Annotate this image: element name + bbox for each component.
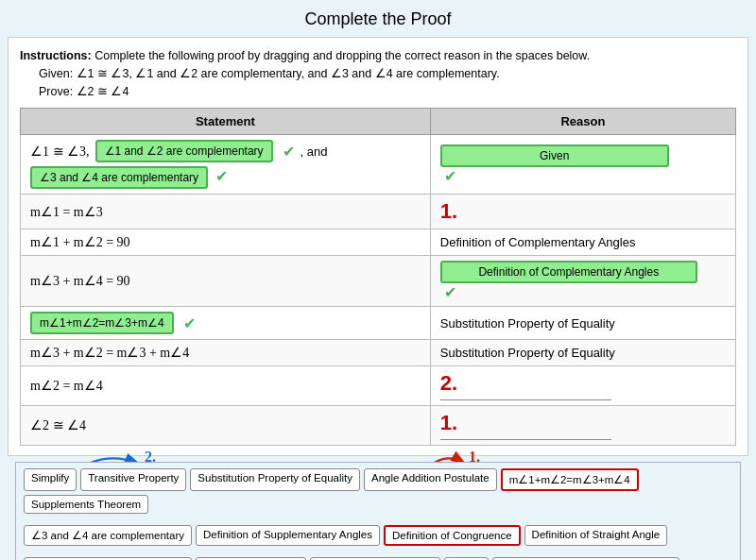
statement-text-1b: , and (301, 144, 328, 159)
table-row: ∠1 ≅ ∠3, ∠1 and ∠2 are complementary ✔ ,… (21, 135, 736, 195)
statement-cell-3: m∠1 + m∠2 = 90 (21, 229, 431, 256)
reason-comp-angles[interactable]: Definition of Complementary Angles (440, 261, 697, 283)
drag-def-supp[interactable]: Definition of Supplementary Angles (196, 525, 380, 546)
check-given: ✔ (444, 168, 456, 184)
drag-area-2: ∠3 and ∠4 are complementary Definition o… (15, 519, 741, 552)
reason-cell-3: Definition of Complementary Angles (430, 229, 735, 256)
statement-cell-4: m∠3 + m∠4 = 90 (21, 256, 431, 307)
drag-m1m2m3m4[interactable]: m∠1+m∠2=m∠3+m∠4 (501, 468, 639, 491)
instructions-text: Complete the following proof by dragging… (94, 49, 590, 62)
reason-given[interactable]: Given (440, 144, 669, 167)
statement-cell-8: ∠2 ≅ ∠4 (21, 406, 431, 446)
statement-cell-6: m∠3 + m∠2 = m∠3 + m∠4 (21, 340, 431, 366)
drag-placed-2[interactable]: ∠3 and ∠4 are complementary (30, 166, 208, 189)
table-row: m∠1 = m∠3 1. (21, 195, 736, 229)
reason-red-2: 1. (440, 199, 457, 223)
instructions-label: Instructions: (20, 49, 92, 62)
statement-text-1a: ∠1 ≅ ∠3, (30, 144, 90, 160)
drag-angle-addition[interactable]: Angle Addition Postulate (364, 468, 497, 491)
prove-text: Prove: ∠2 ≅ ∠4 (39, 85, 129, 98)
page-title: Complete the Proof (0, 0, 756, 37)
check-comp: ✔ (444, 284, 456, 300)
table-row: m∠3 + m∠2 = m∠3 + m∠4 Substitution Prope… (21, 340, 736, 366)
statement-cell-1: ∠1 ≅ ∠3, ∠1 and ∠2 are complementary ✔ ,… (21, 135, 431, 195)
statement-cell-2: m∠1 = m∠3 (21, 195, 431, 229)
drag-def-straight[interactable]: Definition of Straight Angle (524, 525, 668, 546)
reason-cell-1: Given ✔ (430, 135, 735, 195)
drag-placed-3[interactable]: m∠1+m∠2=m∠3+m∠4 (30, 312, 174, 334)
reason-red-8: 1. (440, 411, 457, 434)
drag-angle34comp[interactable]: ∠3 and ∠4 are complementary (24, 525, 192, 546)
drag-supplements[interactable]: Supplements Theorem (24, 495, 148, 514)
drag-def-cong[interactable]: Definition of Congruence (384, 525, 521, 546)
drag-transitive[interactable]: Transitive Property (80, 468, 186, 491)
reason-cell-8: 1. (430, 406, 735, 446)
statement-cell-7: m∠2 = m∠4 (21, 366, 431, 406)
check-2: ✔ (215, 168, 228, 184)
table-row: m∠3 + m∠4 = 90 Definition of Complementa… (21, 256, 736, 307)
table-row: ∠2 ≅ ∠4 1. (21, 406, 736, 446)
reason-cell-7: 2. (430, 366, 735, 406)
drag-placed-1[interactable]: ∠1 and ∠2 are complementary (95, 140, 273, 162)
table-row: m∠1 + m∠2 = 90 Definition of Complementa… (21, 229, 736, 256)
check-3: ✔ (183, 314, 196, 332)
reason-cell-2: 1. (430, 195, 735, 229)
drag-area-3: Subtraction Property of Equality Symmetr… (15, 552, 741, 560)
drag-simplify[interactable]: Simplify (24, 468, 77, 491)
check-1: ✔ (283, 143, 295, 161)
table-row: m∠2 = m∠4 2. (21, 366, 736, 406)
main-content: Instructions: Complete the following pro… (8, 37, 748, 456)
reason-cell-6: Substitution Property of Equality (430, 340, 735, 366)
statement-header: Statement (21, 109, 431, 135)
reason-cell-5: Substitution Property of Equality (430, 307, 735, 340)
reason-header: Reason (430, 109, 735, 135)
instructions: Instructions: Complete the following pro… (20, 47, 736, 100)
drag-area-1: Simplify Transitive Property Substitutio… (15, 462, 741, 519)
proof-table: Statement Reason ∠1 ≅ ∠3, ∠1 and ∠2 are … (20, 108, 736, 446)
table-row: m∠1+m∠2=m∠3+m∠4 ✔ Substitution Property … (21, 307, 736, 340)
statement-cell-5: m∠1+m∠2=m∠3+m∠4 ✔ (21, 307, 431, 340)
drag-substitution[interactable]: Substitution Property of Equality (190, 468, 360, 491)
given-text: Given: ∠1 ≅ ∠3, ∠1 and ∠2 are complement… (39, 67, 500, 80)
reason-red-7: 2. (440, 371, 457, 395)
reason-cell-4: Definition of Complementary Angles ✔ (430, 256, 735, 307)
